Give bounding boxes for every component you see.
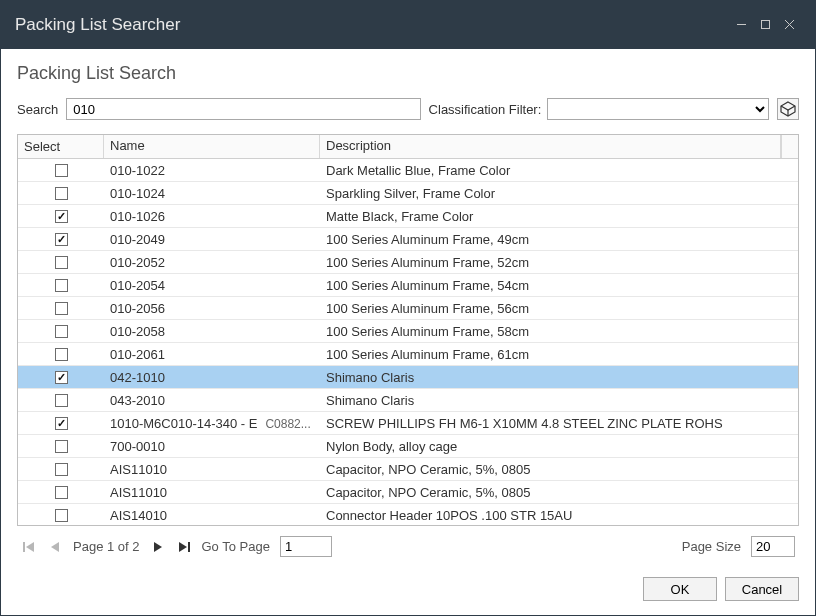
row-description-cell: Sparkling Silver, Frame Color: [320, 183, 798, 204]
row-select-cell: [18, 460, 104, 479]
row-name-cell: 010-2061: [104, 344, 320, 365]
table-row[interactable]: 010-1024Sparkling Silver, Frame Color: [18, 182, 798, 205]
row-select-cell: [18, 368, 104, 387]
row-description-cell: Capacitor, NPO Ceramic, 5%, 0805: [320, 459, 798, 480]
row-description-cell: Capacitor, NPO Ceramic, 5%, 0805: [320, 482, 798, 503]
row-description-cell: Connector Header 10POS .100 STR 15AU: [320, 505, 798, 526]
pager: Page 1 of 2 Go To Page Page Size: [17, 526, 799, 561]
row-select-checkbox[interactable]: [55, 187, 68, 200]
row-name-cell: 010-1022: [104, 160, 320, 181]
row-select-checkbox[interactable]: [55, 348, 68, 361]
svg-rect-11: [188, 542, 190, 552]
pager-last-button[interactable]: [176, 539, 192, 555]
row-select-cell: [18, 299, 104, 318]
pager-first-button[interactable]: [21, 539, 37, 555]
row-select-checkbox[interactable]: [55, 440, 68, 453]
row-description-cell: Nylon Body, alloy cage: [320, 436, 798, 457]
row-description-cell: 100 Series Aluminum Frame, 58cm: [320, 321, 798, 342]
ok-button[interactable]: OK: [643, 577, 717, 601]
row-description-cell: Matte Black, Frame Color: [320, 206, 798, 227]
row-select-checkbox[interactable]: [55, 509, 68, 522]
table-row[interactable]: 010-2058100 Series Aluminum Frame, 58cm: [18, 320, 798, 343]
row-select-checkbox[interactable]: [55, 256, 68, 269]
row-select-checkbox[interactable]: [55, 325, 68, 338]
pager-goto-input[interactable]: [280, 536, 332, 557]
table-row[interactable]: 010-1026Matte Black, Frame Color: [18, 205, 798, 228]
row-name-cell: 010-1024: [104, 183, 320, 204]
package-icon: [780, 101, 796, 117]
grid-body[interactable]: 010-1022Dark Metallic Blue, Frame Color0…: [18, 159, 798, 525]
table-row[interactable]: 010-2054100 Series Aluminum Frame, 54cm: [18, 274, 798, 297]
table-row[interactable]: 010-2056100 Series Aluminum Frame, 56cm: [18, 297, 798, 320]
row-description-cell: Shimano Claris: [320, 367, 798, 388]
row-select-cell: [18, 161, 104, 180]
row-select-cell: [18, 276, 104, 295]
row-name-cell: 042-1010: [104, 367, 320, 388]
row-description-cell: Shimano Claris: [320, 390, 798, 411]
row-description-cell: 100 Series Aluminum Frame, 54cm: [320, 275, 798, 296]
row-name-cell: 043-2010: [104, 390, 320, 411]
svg-marker-8: [51, 542, 59, 552]
row-select-checkbox[interactable]: [55, 210, 68, 223]
search-label: Search: [17, 102, 58, 117]
table-row[interactable]: 010-2052100 Series Aluminum Frame, 52cm: [18, 251, 798, 274]
pager-page-of: Page 1 of 2: [73, 539, 140, 554]
pager-size-input[interactable]: [751, 536, 795, 557]
row-select-checkbox[interactable]: [55, 279, 68, 292]
row-name-cell: 010-1026: [104, 206, 320, 227]
table-row[interactable]: AIS11010Capacitor, NPO Ceramic, 5%, 0805: [18, 481, 798, 504]
row-select-checkbox[interactable]: [55, 394, 68, 407]
row-select-cell: [18, 207, 104, 226]
row-name-cell: 010-2058: [104, 321, 320, 342]
row-name-cell: 010-2054: [104, 275, 320, 296]
table-row[interactable]: 043-2010Shimano Claris: [18, 389, 798, 412]
row-name-extra: C0882...: [265, 417, 310, 431]
row-name-cell: AIS11010: [104, 482, 320, 503]
row-description-cell: 100 Series Aluminum Frame, 61cm: [320, 344, 798, 365]
row-select-checkbox[interactable]: [55, 417, 68, 430]
table-row[interactable]: 042-1010Shimano Claris: [18, 366, 798, 389]
package-icon-button[interactable]: [777, 98, 799, 120]
row-name-cell: 700-0010: [104, 436, 320, 457]
scrollbar-header-spacer: [781, 135, 798, 158]
table-row[interactable]: 700-0010Nylon Body, alloy cage: [18, 435, 798, 458]
close-button[interactable]: [777, 18, 801, 33]
cancel-button[interactable]: Cancel: [725, 577, 799, 601]
svg-rect-6: [23, 542, 25, 552]
table-row[interactable]: AIS11010Capacitor, NPO Ceramic, 5%, 0805: [18, 458, 798, 481]
row-description-cell: 100 Series Aluminum Frame, 49cm: [320, 229, 798, 250]
row-select-cell: [18, 414, 104, 433]
search-input[interactable]: [66, 98, 420, 120]
pager-prev-button[interactable]: [47, 539, 63, 555]
row-select-cell: [18, 437, 104, 456]
table-row[interactable]: 010-2061100 Series Aluminum Frame, 61cm: [18, 343, 798, 366]
row-select-checkbox[interactable]: [55, 302, 68, 315]
row-select-cell: [18, 253, 104, 272]
row-select-checkbox[interactable]: [55, 164, 68, 177]
classification-filter-label: Classification Filter:: [429, 102, 542, 117]
table-row[interactable]: 010-1022Dark Metallic Blue, Frame Color: [18, 159, 798, 182]
row-name-cell: AIS11010: [104, 459, 320, 480]
table-row[interactable]: AIS14010Connector Header 10POS .100 STR …: [18, 504, 798, 525]
row-select-checkbox[interactable]: [55, 463, 68, 476]
filter-row: Search Classification Filter:: [17, 98, 799, 120]
row-description-cell: 100 Series Aluminum Frame, 56cm: [320, 298, 798, 319]
row-select-checkbox[interactable]: [55, 233, 68, 246]
svg-marker-9: [154, 542, 162, 552]
grid-header: Select Name Description: [18, 135, 798, 159]
table-row[interactable]: 010-2049100 Series Aluminum Frame, 49cm: [18, 228, 798, 251]
row-select-checkbox[interactable]: [55, 486, 68, 499]
row-name-cell: 010-2052: [104, 252, 320, 273]
dialog-buttons: OK Cancel: [1, 569, 815, 615]
column-header-description[interactable]: Description: [320, 135, 781, 158]
classification-filter-select[interactable]: [547, 98, 769, 120]
maximize-button[interactable]: [753, 18, 777, 33]
minimize-button[interactable]: [729, 18, 753, 33]
row-name-cell: 1010-M6C010-14-340 - EC0882...: [104, 413, 320, 434]
table-row[interactable]: 1010-M6C010-14-340 - EC0882...SCREW PHIL…: [18, 412, 798, 435]
pager-next-button[interactable]: [150, 539, 166, 555]
row-select-checkbox[interactable]: [55, 371, 68, 384]
column-header-name[interactable]: Name: [104, 135, 320, 158]
column-header-select[interactable]: Select: [18, 135, 104, 158]
section-title: Packing List Search: [17, 63, 799, 84]
